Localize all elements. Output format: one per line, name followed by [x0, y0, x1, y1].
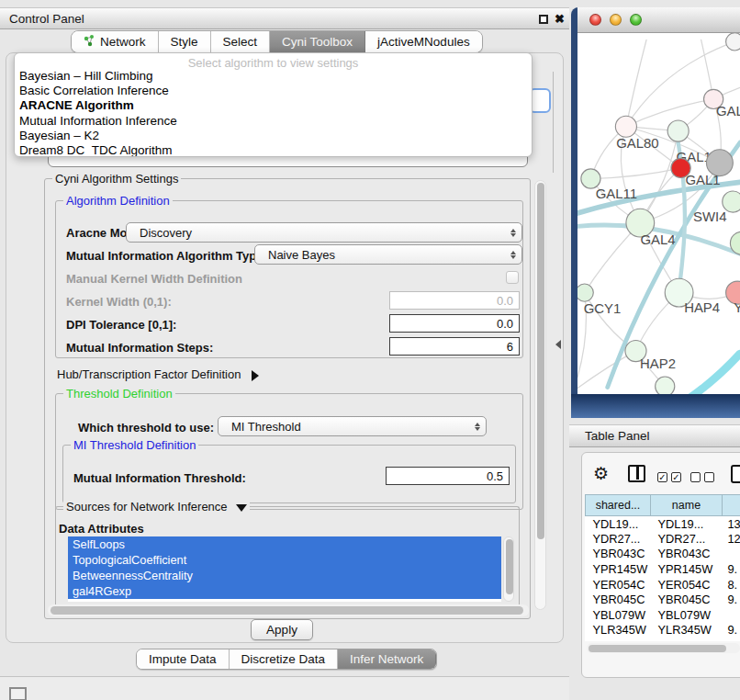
- network-window-titlebar[interactable]: [577, 7, 740, 33]
- status-strip: [0, 677, 569, 700]
- table-panel-title: Table Panel: [569, 429, 650, 443]
- network-node[interactable]: [577, 284, 593, 301]
- dropdown-item[interactable]: Bayesian – Hill Climbing: [15, 69, 532, 84]
- network-node[interactable]: [656, 377, 675, 394]
- dpi-tolerance-field[interactable]: 0.0: [389, 314, 520, 333]
- table-row[interactable]: YDR27... YDR27... 12: [586, 531, 740, 547]
- network-node-label: SWI4: [693, 209, 726, 224]
- dpi-tolerance-label: DPI Tolerance [0,1]:: [66, 318, 176, 332]
- network-node-label: HAP2: [640, 356, 676, 371]
- bottom-tab[interactable]: Infer Network: [338, 649, 436, 669]
- mi-steps-label: Mutual Information Steps:: [66, 341, 213, 355]
- control-panel-tabs: Network Style Select Cyni Toolbox jActiv…: [71, 30, 483, 53]
- document-icon[interactable]: [731, 465, 740, 483]
- combo-arrows-icon: [505, 229, 521, 237]
- mi-algorithm-type-combobox[interactable]: Naive Bayes: [254, 244, 522, 265]
- mi-steps-field[interactable]: 6: [389, 337, 520, 356]
- column-header[interactable]: [723, 495, 740, 516]
- table-row[interactable]: YDL19... YDL19... 13: [586, 516, 740, 532]
- settings-vertical-scrollbar[interactable]: [534, 180, 546, 610]
- table-row[interactable]: YPR145W YPR145W 9.: [586, 561, 740, 577]
- bottom-tab[interactable]: Impute Data: [137, 649, 230, 669]
- tab[interactable]: jActiveMNodules: [365, 31, 482, 52]
- tab[interactable]: Style: [159, 31, 211, 52]
- dock-panel-icon[interactable]: [9, 687, 27, 700]
- data-attribute-item[interactable]: TopologicalCoefficient: [68, 552, 501, 568]
- dropdown-item[interactable]: Basic Correlation Inference: [15, 84, 532, 98]
- column-header[interactable]: shared...: [586, 495, 651, 516]
- aracne-mode-combobox[interactable]: Discovery: [126, 222, 522, 243]
- close-panel-icon[interactable]: ✖: [555, 15, 565, 24]
- splitter-collapse-icon[interactable]: [555, 340, 561, 349]
- network-edge[interactable]: [675, 354, 740, 394]
- network-node-label: GAL11: [596, 186, 637, 201]
- data-attribute-item[interactable]: BetweennessCentrality: [68, 568, 501, 583]
- dropdown-item[interactable]: Bayesian – K2: [15, 129, 532, 143]
- which-threshold-combobox[interactable]: MI Threshold: [218, 416, 487, 436]
- apply-button[interactable]: Apply: [251, 619, 313, 640]
- attributes-scrollbar[interactable]: [503, 536, 514, 602]
- kernel-width-field[interactable]: 0.0: [389, 291, 520, 310]
- mi-threshold-field[interactable]: 0.5: [386, 467, 510, 485]
- settings-group-title: Cyni Algorithm Settings: [52, 172, 181, 186]
- data-attribute-item[interactable]: gal4RGexp: [68, 583, 501, 599]
- column-header[interactable]: name: [651, 495, 723, 516]
- minimize-window-icon[interactable]: [610, 14, 622, 26]
- which-threshold-value: MI Threshold: [219, 420, 469, 434]
- network-node[interactable]: [726, 33, 740, 51]
- table-row[interactable]: YIL052C YIL052C 9.: [586, 638, 740, 641]
- network-node[interactable]: [615, 116, 636, 137]
- control-panel-title: Control Panel: [0, 12, 84, 26]
- sources-group-title[interactable]: Sources for Network Inference: [63, 500, 250, 514]
- tab[interactable]: Select: [211, 31, 271, 52]
- float-panel-icon[interactable]: [539, 15, 548, 24]
- combo-arrows-icon: [469, 423, 486, 431]
- which-threshold-label: Which threshold to use:: [78, 421, 214, 435]
- hub-definition-expander[interactable]: Hub/Transcription Factor Definition: [57, 367, 259, 381]
- data-attributes-list: SelfLoopsTopologicalCoefficientBetweenne…: [68, 536, 501, 602]
- dropdown-item[interactable]: Dream8 DC_TDC Algorithm: [15, 143, 532, 157]
- threshold-definition-title: Threshold Definition: [63, 387, 175, 401]
- settings-scrollbar-thumb[interactable]: [537, 183, 544, 539]
- settings-hscrollbar-thumb[interactable]: [50, 606, 523, 615]
- table-row[interactable]: YBR045C YBR045C 9.: [586, 592, 740, 607]
- network-node-label: GAL1: [686, 173, 721, 187]
- network-node-label: GAL: [716, 104, 740, 119]
- gear-icon[interactable]: ⚙: [593, 465, 609, 482]
- dropdown-hint: Select algorithm to view settings: [15, 53, 532, 69]
- application-window: Control Panel ✖ Network Style Select: [0, 0, 740, 700]
- algorithm-definition-title: Algorithm Definition: [63, 194, 173, 208]
- attributes-scrollbar-thumb[interactable]: [506, 539, 513, 594]
- table-row[interactable]: YLR345W YLR345W 9.: [586, 623, 740, 638]
- aracne-mode-value: Discovery: [127, 226, 505, 240]
- table-row[interactable]: YBR043C YBR043C: [586, 547, 740, 562]
- network-node[interactable]: [667, 120, 689, 141]
- close-window-icon[interactable]: [589, 14, 601, 26]
- table-hscrollbar-thumb[interactable]: [589, 645, 726, 652]
- maximize-window-icon[interactable]: [630, 14, 642, 26]
- mi-algorithm-type-label: Mutual Information Algorithm Type:: [66, 249, 267, 263]
- columns-icon[interactable]: [628, 465, 645, 482]
- network-edge[interactable]: [626, 40, 646, 126]
- manual-kernel-width-checkbox[interactable]: [506, 271, 519, 284]
- table-row[interactable]: YER054C YER054C 8.: [586, 577, 740, 593]
- table-horizontal-scrollbar[interactable]: [587, 643, 740, 653]
- dropdown-item[interactable]: ARACNE Algorithm: [15, 98, 532, 113]
- mi-algorithm-type-value: Naive Bayes: [255, 248, 505, 262]
- network-canvas[interactable]: GALGAL80GAL10GAL1GAL11SWI4GAL4GCY1HAP4YH…: [577, 33, 740, 394]
- table-rows: YDL19... YDL19... 13 YDR27... YDR27... 1…: [586, 516, 740, 642]
- bottom-tab[interactable]: Discretize Data: [230, 649, 339, 669]
- tab-label: Cyni Toolbox: [282, 35, 353, 49]
- select-all-checkboxes-icon[interactable]: ✓✓: [657, 469, 685, 483]
- tab[interactable]: Network: [72, 31, 159, 52]
- mi-threshold-label: Mutual Information Threshold:: [73, 471, 246, 485]
- expander-expanded-icon: [236, 504, 247, 512]
- data-attributes-label: Data Attributes: [59, 522, 144, 536]
- table-row[interactable]: YBL079W YBL079W: [586, 607, 740, 623]
- tab-label: Network: [100, 35, 146, 49]
- deselect-all-checkboxes-icon[interactable]: [690, 469, 718, 483]
- tab[interactable]: Cyni Toolbox: [270, 31, 365, 52]
- dropdown-item[interactable]: Mutual Information Inference: [15, 114, 532, 129]
- data-attribute-item[interactable]: SelfLoops: [68, 536, 501, 552]
- settings-horizontal-scrollbar[interactable]: [48, 604, 529, 616]
